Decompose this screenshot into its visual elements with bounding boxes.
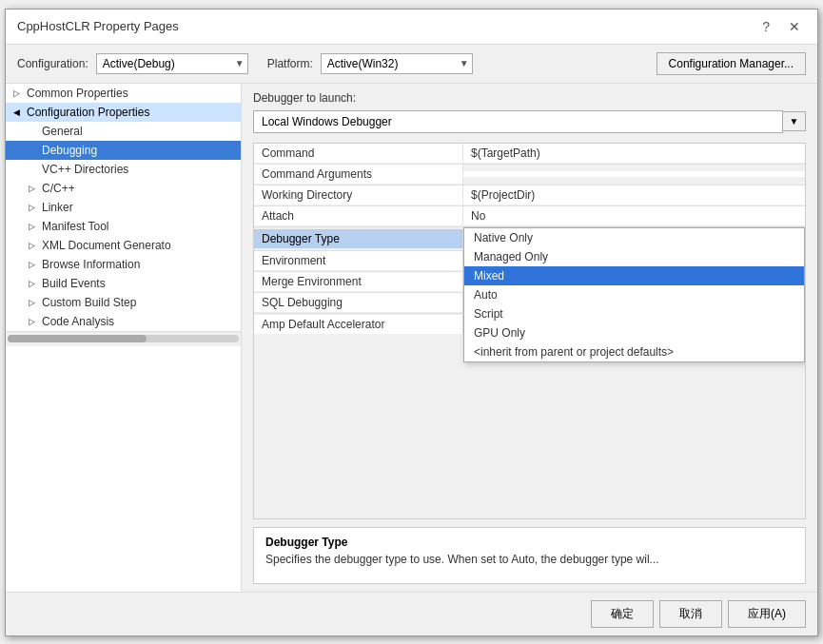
dropdown-item-2[interactable]: Mixed <box>464 266 804 285</box>
prop-row-0[interactable]: Command $(TargetPath) <box>254 144 805 165</box>
sidebar-item-linker[interactable]: ▷Linker <box>6 198 241 217</box>
property-pages-dialog: CppHostCLR Property Pages ? ✕ Configurat… <box>5 9 818 636</box>
prop-name: Merge Environment <box>254 272 463 291</box>
sidebar-item-xml-doc[interactable]: ▷XML Document Generato <box>6 236 241 255</box>
sidebar-scroll-container[interactable]: ▷Common Properties◀Configuration Propert… <box>6 84 241 331</box>
info-panel: Debugger Type Specifies the debugger typ… <box>253 527 806 584</box>
prop-row-1[interactable]: Command Arguments <box>254 165 805 185</box>
sidebar-item-label: Browse Information <box>42 258 140 271</box>
dropdown-item-1[interactable]: Managed Only <box>464 247 804 266</box>
debugger-select-box[interactable]: Local Windows Debugger <box>253 110 783 133</box>
prop-value: No <box>463 206 805 225</box>
platform-label: Platform: <box>267 57 313 70</box>
cancel-button[interactable]: 取消 <box>659 600 722 628</box>
arrow-icon: ▷ <box>29 222 38 231</box>
sidebar-item-label: XML Document Generato <box>42 239 171 252</box>
prop-name: Command Arguments <box>254 165 463 184</box>
prop-name: Debugger Type <box>254 229 463 248</box>
debugger-launch-label: Debugger to launch: <box>253 91 806 105</box>
title-bar: CppHostCLR Property Pages ? ✕ <box>6 10 817 45</box>
config-manager-button[interactable]: Configuration Manager... <box>656 52 806 75</box>
prop-value <box>463 171 805 177</box>
sidebar: ▷Common Properties◀Configuration Propert… <box>6 84 242 592</box>
prop-name: Command <box>254 144 463 163</box>
debugger-select-row: Local Windows Debugger ▼ <box>253 110 806 133</box>
sidebar-item-label: Configuration Properties <box>27 106 149 119</box>
sidebar-item-custom-build[interactable]: ▷Custom Build Step <box>6 293 241 312</box>
right-panel: Debugger to launch: Local Windows Debugg… <box>242 84 817 592</box>
config-select-wrapper[interactable]: Active(Debug) ▼ <box>96 53 248 74</box>
prop-value-text: $(ProjectDir) <box>471 188 535 202</box>
config-row: Configuration: Active(Debug) ▼ Platform:… <box>6 45 817 84</box>
platform-select[interactable]: Active(Win32) <box>321 53 473 74</box>
sidebar-item-label: VC++ Directories <box>42 163 128 176</box>
prop-value-text: No <box>471 209 485 223</box>
sidebar-item-common-props[interactable]: ▷Common Properties <box>6 84 241 103</box>
arrow-icon: ▷ <box>29 203 38 212</box>
platform-select-wrapper[interactable]: Active(Win32) ▼ <box>321 53 473 74</box>
prop-value-text: $(TargetPath) <box>471 146 540 160</box>
prop-name: Environment <box>254 251 463 270</box>
config-select[interactable]: Active(Debug) <box>96 53 248 74</box>
main-content: ▷Common Properties◀Configuration Propert… <box>6 84 817 592</box>
dropdown-item-0[interactable]: Native Only <box>464 228 804 247</box>
dialog-title: CppHostCLR Property Pages <box>17 19 179 33</box>
sidebar-item-cpp[interactable]: ▷C/C++ <box>6 179 241 198</box>
sidebar-item-label: Build Events <box>42 277 106 290</box>
apply-button[interactable]: 应用(A) <box>728 600 806 628</box>
sidebar-item-label: Code Analysis <box>42 315 114 328</box>
debugger-select-value: Local Windows Debugger <box>262 115 392 128</box>
info-desc: Specifies the debugger type to use. When… <box>265 553 794 566</box>
prop-name: SQL Debugging <box>254 293 463 312</box>
sidebar-item-label: Debugging <box>42 144 97 157</box>
sidebar-hscroll[interactable] <box>6 331 241 346</box>
properties-table: Command $(TargetPath) Command Arguments … <box>253 143 806 519</box>
sidebar-item-label: Custom Build Step <box>42 296 136 309</box>
arrow-icon: ▷ <box>13 88 23 98</box>
sidebar-item-vc-dirs[interactable]: VC++ Directories <box>6 160 241 179</box>
sidebar-item-general[interactable]: General <box>6 122 241 141</box>
debugger-select-dropdown-btn[interactable]: ▼ <box>783 111 806 131</box>
dropdown-item-4[interactable]: Script <box>464 304 804 323</box>
sidebar-item-label: Manifest Tool <box>42 220 108 233</box>
sidebar-item-label: C/C++ <box>42 182 75 195</box>
arrow-icon: ▷ <box>29 279 38 288</box>
prop-value: $(TargetPath) <box>463 144 805 163</box>
prop-name: Working Directory <box>254 185 463 205</box>
dropdown-item-3[interactable]: Auto <box>464 285 804 304</box>
hscroll-track <box>8 335 239 342</box>
info-title: Debugger Type <box>265 536 794 549</box>
arrow-icon: ▷ <box>29 317 38 326</box>
prop-row-2[interactable]: Working Directory $(ProjectDir) <box>254 185 805 206</box>
arrow-icon: ◀ <box>13 107 23 117</box>
sidebar-item-manifest-tool[interactable]: ▷Manifest Tool <box>6 217 241 236</box>
dropdown-item-6[interactable]: <inherit from parent or project defaults… <box>464 342 804 361</box>
sidebar-item-label: Linker <box>42 201 73 214</box>
dropdown-items: Native OnlyManaged OnlyMixedAutoScriptGP… <box>464 228 804 361</box>
title-bar-controls: ? ✕ <box>756 17 806 36</box>
arrow-icon: ▷ <box>29 298 38 307</box>
sidebar-item-label: Common Properties <box>27 87 128 100</box>
arrow-icon: ▷ <box>29 260 38 269</box>
prop-name: Attach <box>254 206 463 225</box>
sidebar-item-label: General <box>42 125 83 138</box>
hscroll-thumb <box>8 335 147 342</box>
sidebar-item-build-events[interactable]: ▷Build Events <box>6 274 241 293</box>
close-button[interactable]: ✕ <box>783 17 806 36</box>
help-button[interactable]: ? <box>756 17 775 36</box>
arrow-icon: ▷ <box>29 184 38 193</box>
sidebar-item-config-props[interactable]: ◀Configuration Properties <box>6 103 241 122</box>
sidebar-tree: ▷Common Properties◀Configuration Propert… <box>6 84 241 331</box>
sidebar-item-debugging[interactable]: Debugging <box>6 141 241 160</box>
prop-row-3[interactable]: Attach No <box>254 206 805 227</box>
prop-value: $(ProjectDir) <box>463 185 805 205</box>
arrow-icon: ▷ <box>29 241 38 250</box>
prop-name: Amp Default Accelerator <box>254 315 463 334</box>
sidebar-item-browse-info[interactable]: ▷Browse Information <box>6 255 241 274</box>
config-label: Configuration: <box>17 57 88 70</box>
debugger-type-dropdown[interactable]: Native OnlyManaged OnlyMixedAutoScriptGP… <box>463 227 805 362</box>
dropdown-item-5[interactable]: GPU Only <box>464 323 804 342</box>
ok-button[interactable]: 确定 <box>591 600 654 628</box>
sidebar-item-code-analysis[interactable]: ▷Code Analysis <box>6 312 241 331</box>
button-row: 确定 取消 应用(A) <box>6 592 817 635</box>
